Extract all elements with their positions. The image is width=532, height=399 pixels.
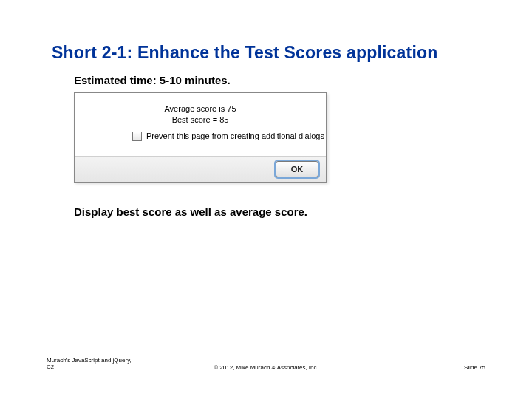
- slide-footer: Murach's JavaScript and jQuery, C2 © 201…: [0, 356, 532, 371]
- prevent-dialogs-row[interactable]: Prevent this page from creating addition…: [132, 132, 326, 141]
- prevent-dialogs-label: Prevent this page from creating addition…: [146, 132, 324, 140]
- footer-left-line1: Murach's JavaScript and jQuery,: [47, 357, 132, 364]
- dialog-button-bar: OK: [75, 156, 326, 182]
- dialog-line-2: Best score = 85: [172, 115, 229, 124]
- alert-dialog: Average score is 75 Best score = 85 Prev…: [74, 92, 327, 183]
- footer-copyright: © 2012, Mike Murach & Associates, Inc.: [0, 364, 532, 371]
- estimated-time-label: Estimated time: 5-10 minutes.: [74, 74, 231, 86]
- footer-slide-number: Slide 75: [464, 364, 485, 371]
- dialog-line-1: Average score is 75: [164, 104, 236, 113]
- checkbox-icon[interactable]: [132, 132, 142, 141]
- instruction-text: Display best score as well as average sc…: [74, 205, 307, 218]
- dialog-message: Average score is 75 Best score = 85: [75, 103, 326, 126]
- slide-title: Short 2-1: Enhance the Test Scores appli…: [52, 43, 438, 63]
- ok-button[interactable]: OK: [276, 161, 318, 177]
